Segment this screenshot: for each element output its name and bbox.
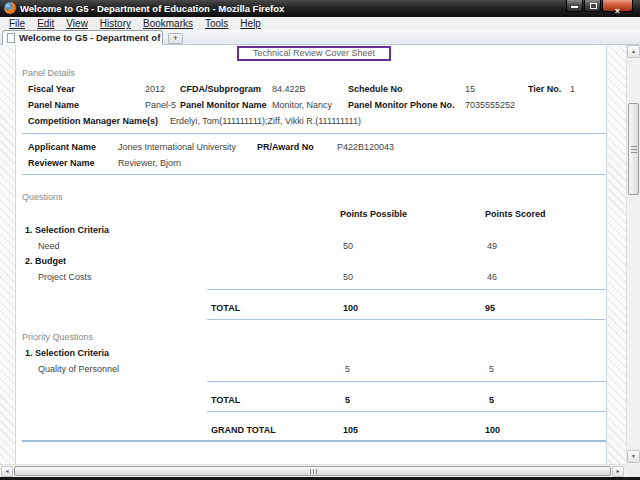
- page-viewport: Technical Review Cover Sheet Panel Detai…: [0, 45, 626, 464]
- question-item-possible: 50: [343, 241, 353, 251]
- questions-total-possible: 100: [343, 303, 358, 313]
- panel-name-value: Panel-5: [145, 100, 176, 110]
- menu-history[interactable]: History: [94, 18, 137, 29]
- tier-no-label: Tier No.: [528, 84, 561, 94]
- question-item-name: Need: [38, 241, 60, 251]
- questions-total-label: TOTAL: [211, 303, 240, 313]
- priority-section1: 1. Selection Criteria: [25, 348, 109, 358]
- close-button[interactable]: ×: [602, 0, 633, 12]
- cfda-value: 84.422B: [272, 84, 306, 94]
- scroll-up-icon: ▲: [628, 46, 639, 57]
- reviewer-name-label: Reviewer Name: [28, 158, 95, 168]
- scroll-left-button[interactable]: ◄: [1, 466, 13, 477]
- grand-total-possible: 105: [343, 425, 358, 435]
- table-divider: [207, 319, 606, 320]
- menu-view[interactable]: View: [60, 18, 94, 29]
- section-divider: [22, 133, 606, 134]
- vertical-scrollbar-thumb[interactable]: [628, 103, 639, 195]
- menu-tools[interactable]: Tools: [199, 18, 234, 29]
- page-icon: [7, 33, 15, 43]
- minimize-icon: [571, 6, 578, 8]
- applicant-name-label: Applicant Name: [28, 142, 96, 152]
- menu-bookmarks[interactable]: Bookmarks: [137, 18, 199, 29]
- question-item-possible: 50: [343, 272, 353, 282]
- scrollbar-corner: [626, 464, 640, 477]
- section-divider: [22, 174, 606, 175]
- questions-section2: 2. Budget: [25, 256, 66, 266]
- scroll-right-icon: ►: [613, 467, 623, 476]
- competition-manager-value: Erdelyi, Tom(111111111);Ziff, Vikki R.(1…: [170, 116, 361, 126]
- close-icon: ×: [615, 6, 620, 16]
- scroll-down-icon: ▼: [628, 451, 639, 462]
- fiscal-year-label: Fiscal Year: [28, 84, 75, 94]
- scroll-left-icon: ◄: [2, 467, 12, 476]
- page-title: Technical Review Cover Sheet: [237, 46, 391, 61]
- priority-total-scored: 5: [489, 395, 494, 405]
- horizontal-scrollbar[interactable]: ◄ ►: [0, 464, 626, 477]
- vertical-scrollbar[interactable]: ▲ ▼: [626, 45, 640, 464]
- questions-section1: 1. Selection Criteria: [25, 225, 109, 235]
- scroll-down-button[interactable]: ▼: [627, 450, 640, 463]
- panel-details-heading: Panel Details: [22, 68, 75, 78]
- table-divider: [207, 411, 606, 412]
- schedule-no-value: 15: [465, 84, 475, 94]
- table-divider: [207, 289, 606, 290]
- browser-window: Welcome to G5 - Department of Education …: [0, 0, 640, 480]
- scrollbar-grip-icon: [310, 469, 317, 474]
- title-bar[interactable]: Welcome to G5 - Department of Education …: [0, 0, 640, 17]
- reviewer-name-value: Reviewer, Bjorn: [118, 158, 181, 168]
- panel-monitor-phone-label: Panel Monitor Phone No.: [348, 100, 455, 110]
- menu-edit[interactable]: Edit: [31, 18, 60, 29]
- priority-item-scored: 5: [489, 364, 494, 374]
- panel-name-label: Panel Name: [28, 100, 79, 110]
- scroll-right-button[interactable]: ►: [612, 466, 624, 477]
- cfda-label: CFDA/Subprogram: [180, 84, 261, 94]
- question-item-scored: 46: [487, 272, 497, 282]
- grand-total-label: GRAND TOTAL: [211, 425, 276, 435]
- menu-help[interactable]: Help: [234, 18, 267, 29]
- minimize-button[interactable]: [566, 0, 583, 12]
- priority-questions-heading: Priority Questions: [22, 332, 93, 342]
- new-tab-button[interactable]: +: [168, 33, 183, 44]
- grand-total-scored: 100: [485, 425, 500, 435]
- fiscal-year-value: 2012: [145, 84, 165, 94]
- menu-bar: File Edit View History Bookmarks Tools H…: [0, 17, 640, 30]
- horizontal-scrollbar-thumb[interactable]: [14, 466, 611, 476]
- competition-manager-label: Competition Manager Name(s): [28, 116, 158, 126]
- priority-item-possible: 5: [345, 364, 350, 374]
- question-item-name: Project Costs: [38, 272, 92, 282]
- scroll-up-button[interactable]: ▲: [627, 45, 640, 58]
- scrollbar-grip-icon: [631, 146, 637, 153]
- applicant-name-value: Jones International University: [118, 142, 236, 152]
- panel-monitor-label: Panel Monitor Name: [180, 100, 267, 110]
- panel-monitor-value: Monitor, Nancy: [272, 100, 332, 110]
- panel-monitor-phone-value: 7035555252: [465, 100, 515, 110]
- tier-no-value: 1: [570, 84, 575, 94]
- pr-award-label: PR/Award No: [257, 142, 314, 152]
- questions-heading: Questions: [22, 192, 63, 202]
- schedule-no-label: Schedule No: [348, 84, 403, 94]
- window-title: Welcome to G5 - Department of Education …: [20, 3, 284, 14]
- menu-file[interactable]: File: [3, 18, 31, 29]
- questions-total-scored: 95: [485, 303, 495, 313]
- points-possible-header: Points Possible: [340, 209, 407, 219]
- restore-icon: [590, 3, 597, 9]
- points-scored-header: Points Scored: [485, 209, 546, 219]
- bottom-divider: [22, 440, 606, 442]
- tab-active[interactable]: Welcome to G5 - Department of Edu...: [2, 30, 163, 45]
- priority-total-label: TOTAL: [211, 395, 240, 405]
- priority-total-possible: 5: [345, 395, 350, 405]
- restore-button[interactable]: [584, 0, 601, 12]
- question-item-scored: 49: [487, 241, 497, 251]
- pr-award-value: P422B120043: [337, 142, 394, 152]
- tab-label: Welcome to G5 - Department of Edu...: [15, 32, 162, 43]
- table-divider: [207, 381, 606, 382]
- priority-item-name: Quality of Personnel: [38, 364, 119, 374]
- firefox-icon: [4, 2, 16, 14]
